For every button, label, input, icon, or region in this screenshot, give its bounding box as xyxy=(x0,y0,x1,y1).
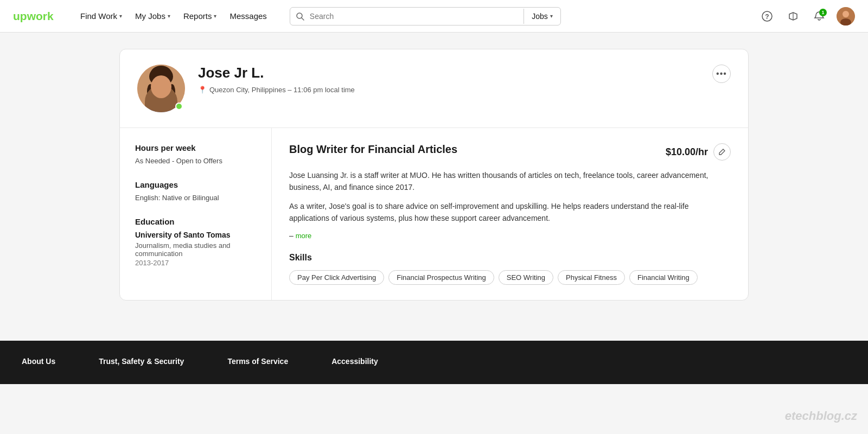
skill-tag[interactable]: Financial Writing xyxy=(629,270,698,285)
svg-point-18 xyxy=(150,66,172,83)
footer-column: About Us xyxy=(22,357,55,373)
logo[interactable]: upwork xyxy=(13,9,62,24)
bio-paragraph-1: Jose Luansing Jr. is a staff writer at M… xyxy=(289,169,731,194)
edit-rate-button[interactable] xyxy=(713,143,731,161)
chevron-down-icon: ▾ xyxy=(214,13,216,19)
footer-column: Accessibility xyxy=(331,357,378,373)
profile-header: Jose Jr L. 📍 Quezon City, Philippines – … xyxy=(120,49,748,127)
skill-tag[interactable]: Pay Per Click Advertising xyxy=(289,270,384,285)
footer-column-title: Terms of Service xyxy=(227,357,288,366)
user-avatar[interactable] xyxy=(837,7,855,25)
skill-tag[interactable]: Financial Prospectus Writing xyxy=(388,270,494,285)
svg-point-6 xyxy=(843,11,849,17)
footer-column-title: About Us xyxy=(22,357,55,366)
online-indicator xyxy=(175,103,183,110)
nav-my-jobs[interactable]: My Jobs ▾ xyxy=(130,8,176,24)
footer-column: Trust, Safety & Security xyxy=(99,357,184,373)
footer-links: About UsTrust, Safety & SecurityTerms of… xyxy=(22,357,846,373)
svg-rect-17 xyxy=(148,103,174,112)
notifications-button[interactable]: 1 xyxy=(810,8,828,25)
skills-title: Skills xyxy=(289,253,731,263)
search-icon xyxy=(290,12,310,21)
search-input[interactable] xyxy=(310,8,524,25)
job-title: Blog Writer for Financial Articles xyxy=(289,143,457,156)
education-section: Education University of Santo Tomas Jour… xyxy=(135,217,256,267)
bio-more-section: – more xyxy=(289,231,731,240)
skills-section: Skills Pay Per Click AdvertisingFinancia… xyxy=(289,253,731,285)
nav-find-work[interactable]: Find Work ▾ xyxy=(75,8,127,24)
nav-messages[interactable]: Messages xyxy=(224,8,272,24)
rate-row: $10.00/hr xyxy=(666,143,731,161)
svg-point-11 xyxy=(151,79,171,100)
profile-name: Jose Jr L. xyxy=(198,65,699,81)
profile-main: Blog Writer for Financial Articles $10.0… xyxy=(272,128,748,300)
profile-card: Jose Jr L. 📍 Quezon City, Philippines – … xyxy=(119,49,749,301)
title-row: Blog Writer for Financial Articles $10.0… xyxy=(289,143,731,161)
profile-sidebar: Hours per week As Needed - Open to Offer… xyxy=(120,128,272,300)
search-bar: Jobs ▾ xyxy=(290,7,561,25)
main-content: Jose Jr L. 📍 Quezon City, Philippines – … xyxy=(108,33,760,330)
svg-point-14 xyxy=(156,86,159,89)
help-button[interactable]: ? xyxy=(758,8,776,25)
languages-section: Languages English: Native or Bilingual xyxy=(135,180,256,202)
svg-point-16 xyxy=(160,91,162,93)
profile-header-actions: ••• xyxy=(712,65,731,83)
svg-point-10 xyxy=(149,84,173,97)
svg-line-2 xyxy=(302,18,304,20)
promotions-button[interactable] xyxy=(784,8,802,25)
profile-info: Jose Jr L. 📍 Quezon City, Philippines – … xyxy=(198,65,699,94)
nav-reports[interactable]: Reports ▾ xyxy=(178,8,222,24)
bio-more-link[interactable]: more xyxy=(296,232,312,240)
search-jobs-button[interactable]: Jobs ▾ xyxy=(524,8,560,25)
chevron-down-icon: ▾ xyxy=(550,13,553,19)
chevron-down-icon: ▾ xyxy=(168,13,170,19)
notification-badge: 1 xyxy=(819,9,827,16)
svg-point-15 xyxy=(164,86,167,89)
avatar-wrap xyxy=(137,65,185,112)
hours-section: Hours per week As Needed - Open to Offer… xyxy=(135,143,256,165)
footer-column-title: Trust, Safety & Security xyxy=(99,357,184,366)
more-options-button[interactable]: ••• xyxy=(712,65,731,83)
footer: About UsTrust, Safety & SecurityTerms of… xyxy=(0,341,868,384)
skill-tag[interactable]: Physical Fitness xyxy=(558,270,625,285)
location-pin-icon: 📍 xyxy=(198,86,207,94)
chevron-down-icon: ▾ xyxy=(119,13,122,19)
skill-tag[interactable]: SEO Writing xyxy=(499,270,553,285)
navbar-right: ? 1 xyxy=(758,7,855,25)
footer-column: Terms of Service xyxy=(227,357,288,373)
svg-text:upwork: upwork xyxy=(13,9,54,22)
profile-body: Hours per week As Needed - Open to Offer… xyxy=(120,127,748,300)
rate-value: $10.00/hr xyxy=(666,146,708,158)
svg-text:?: ? xyxy=(765,13,769,21)
main-nav: Find Work ▾ My Jobs ▾ Reports ▾ Messages xyxy=(75,8,272,24)
navbar: upwork Find Work ▾ My Jobs ▾ Reports ▾ M… xyxy=(0,0,868,33)
svg-point-12 xyxy=(147,84,154,99)
skills-list: Pay Per Click AdvertisingFinancial Prosp… xyxy=(289,270,731,285)
svg-point-13 xyxy=(169,84,175,99)
footer-column-title: Accessibility xyxy=(331,357,378,366)
bio-paragraph-2: As a writer, Jose's goal is to share adv… xyxy=(289,200,731,225)
profile-location: 📍 Quezon City, Philippines – 11:06 pm lo… xyxy=(198,86,699,94)
